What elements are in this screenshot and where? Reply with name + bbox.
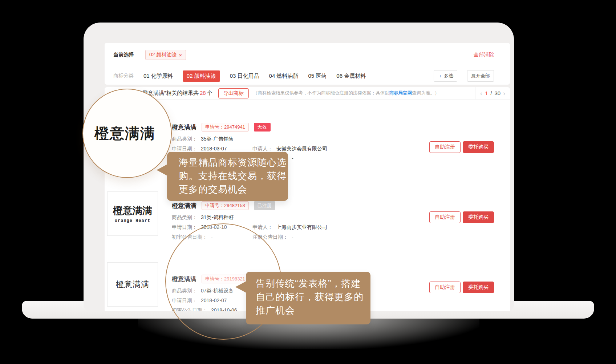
category-tab-06[interactable]: 06 金属材料 (336, 73, 366, 80)
trademark-image-text: 橙意满满 (116, 279, 149, 290)
entrust-buy-button[interactable]: 委托购买 (463, 282, 494, 293)
page-total: 30 (494, 90, 500, 96)
category-label: 商标分类 (113, 73, 134, 79)
status-badge-invalid: 无效 (254, 123, 271, 132)
application-number-tag: 申请号：29474941 (202, 123, 249, 132)
tooltip-line: 告别传统“发表格”，搭建 (256, 277, 370, 290)
selected-filter-tag[interactable]: 02 颜料油漆 × (145, 50, 186, 60)
trademark-name[interactable]: 橙意满满 (172, 202, 196, 210)
application-number-value: 29482153 (224, 203, 245, 208)
category-tab-05[interactable]: 05 医药 (308, 73, 327, 80)
category-tab-03[interactable]: 03 日化用品 (230, 73, 259, 80)
tooltip-bubble-promotion: 告别传统“发表格”，搭建 自己的标行，获得更多的 推广机会 (246, 272, 370, 324)
expand-all-button[interactable]: 展开全部 (467, 70, 494, 82)
results-header: 为您检索到“橙意满满”相关的结果共28个 导出商标 （商标检索结果仅供参考，不作… (105, 87, 510, 100)
applicant-value: 上海雨步实业有限公司 (276, 224, 327, 230)
category-row: 商标分类 01 化学原料 02 颜料油漆 03 日化用品 04 燃料油脂 05 … (105, 67, 510, 85)
category-field-value: 35类-广告销售 (201, 136, 234, 142)
registration-publication-value: - (292, 155, 293, 161)
page-next-icon[interactable]: › (503, 90, 505, 97)
tooltip-line: 自己的标行，获得更多的 (256, 290, 370, 304)
application-number-value: 29474941 (224, 124, 245, 130)
registration-publication-value: - (292, 234, 293, 240)
apply-date-label: 申请日期： (172, 224, 197, 230)
filter-card: 当前选择 02 颜料油漆 × 全部清除 商标分类 01 化学原料 02 颜料油漆… (105, 43, 510, 85)
export-trademarks-button[interactable]: 导出商标 (218, 88, 249, 98)
summary-suffix: 个 (207, 90, 212, 96)
status-badge-registered: 已注册 (254, 201, 275, 210)
trademark-image-text: 橙意满满 (113, 204, 152, 217)
row-actions-1: 自助注册 委托购买 (429, 141, 494, 153)
applicant-value: 安徽美达会展有限公司 (276, 146, 327, 151)
tooltip-bubble-marketplace: 海量精品商标资源随心选 购。支持在线交易，获得 更多的交易机会 (167, 152, 288, 201)
application-number-label: 申请号： (205, 124, 224, 130)
pagination: ‹ 1 / 30 › (475, 87, 510, 100)
selected-filter-tag-label: 02 颜料油漆 (149, 52, 177, 58)
category-tab-01[interactable]: 01 化学原料 (143, 73, 173, 80)
page-separator: / (490, 90, 492, 96)
results-disclaimer: （商标检索结果仅供参考，不作为商标能否注册的法律依据；具体以商标局官网查询为准。… (253, 90, 439, 96)
multi-select-button[interactable]: ＋ 多选 (434, 70, 457, 82)
self-register-button[interactable]: 自助注册 (429, 211, 461, 223)
disclaimer-text-before: （商标检索结果仅供参考，不作为商标能否注册的法律依据；具体以 (253, 90, 389, 96)
tooltip-line: 更多的交易机会 (179, 183, 288, 196)
trademark-image-3[interactable]: 橙意满满 (107, 262, 158, 307)
disclaimer-text-after: 查询为准。） (412, 90, 439, 96)
clear-all-link[interactable]: 全部清除 (474, 52, 494, 58)
row-actions-2: 自助注册 委托购买 (429, 211, 494, 223)
tooltip-line: 购。支持在线交易，获得 (179, 169, 288, 183)
entrust-buy-button[interactable]: 委托购买 (463, 211, 494, 223)
self-register-button[interactable]: 自助注册 (429, 282, 461, 293)
trademark-name[interactable]: 橙意满满 (172, 123, 196, 132)
category-field-value: 31类-饲料种籽 (201, 214, 234, 220)
entrust-buy-button[interactable]: 委托购买 (463, 141, 494, 153)
trademark-result-row-2: 橙意满满 orange Heart 橙意满满 申请号：29482153 已注册 … (105, 185, 510, 254)
page-prev-icon[interactable]: ‹ (480, 90, 482, 97)
tooltip-line: 海量精品商标资源随心选 (179, 156, 288, 169)
results-count: 28 (200, 90, 206, 96)
applicant-label: 申请人： (252, 146, 273, 151)
magnified-trademark-text: 橙意满满 (94, 124, 155, 143)
trademark-image-2[interactable]: 橙意满满 orange Heart (107, 191, 158, 236)
current-selection-label: 当前选择 (113, 52, 134, 58)
self-register-button[interactable]: 自助注册 (429, 141, 461, 153)
trademark-image-subtext: orange Heart (115, 218, 150, 223)
remove-tag-icon[interactable]: × (179, 52, 182, 58)
category-tab-02-selected[interactable]: 02 颜料油漆 (183, 70, 220, 82)
tooltip-line: 推广机会 (256, 304, 370, 317)
trademark-office-link[interactable]: 商标局官网 (389, 90, 412, 96)
apply-date-label: 申请日期： (172, 146, 197, 151)
marketing-canvas: 当前选择 02 颜料油漆 × 全部清除 商标分类 01 化学原料 02 颜料油漆… (0, 0, 616, 364)
page-current: 1 (485, 90, 488, 96)
category-field-label: 商品类别： (172, 214, 197, 220)
current-selection-row: 当前选择 02 颜料油漆 × 全部清除 (105, 43, 510, 67)
category-field-label: 商品类别： (172, 136, 197, 142)
category-tab-04[interactable]: 04 燃料油脂 (269, 73, 299, 80)
tooltip-arrow-icon (235, 281, 246, 293)
row-actions-3: 自助注册 委托购买 (429, 282, 494, 293)
application-number-tag: 申请号：29482153 (202, 201, 249, 210)
apply-date-value: 2018-03-07 (201, 146, 227, 151)
tooltip-arrow-icon (157, 164, 167, 176)
applicant-label: 申请人： (252, 224, 273, 230)
application-number-label: 申请号： (205, 203, 224, 208)
